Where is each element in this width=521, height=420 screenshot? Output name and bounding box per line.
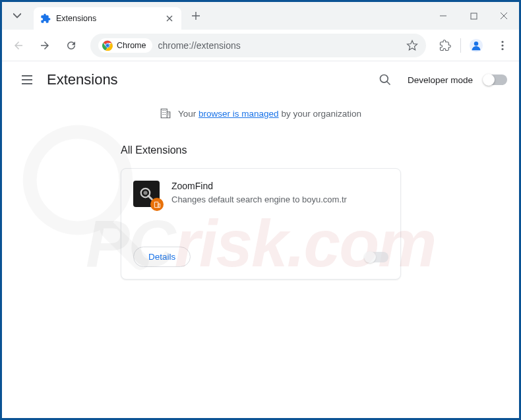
tab-title: Extensions [56, 14, 164, 23]
menu-button[interactable] [491, 34, 514, 57]
svg-point-5 [106, 44, 109, 47]
svg-point-15 [144, 191, 148, 195]
bookmark-star-icon[interactable] [406, 40, 418, 51]
extension-icon-wrap [133, 181, 160, 207]
extension-card: ZoomFind Changes default search engine t… [121, 168, 401, 280]
hamburger-menu[interactable] [14, 67, 40, 93]
extensions-header: Extensions Developer mode [2, 61, 519, 98]
search-button[interactable] [373, 68, 397, 92]
tab-search-dropdown[interactable] [5, 6, 30, 26]
url-text: chrome://extensions [158, 40, 240, 51]
profile-button[interactable] [465, 34, 487, 57]
svg-point-9 [501, 44, 503, 46]
extensions-puzzle-icon[interactable] [434, 34, 456, 57]
svg-rect-0 [471, 13, 477, 19]
extension-puzzle-icon [40, 13, 51, 24]
extension-toggle[interactable] [365, 252, 388, 262]
svg-point-8 [501, 40, 503, 42]
new-tab-button[interactable] [187, 7, 205, 25]
close-window-button[interactable] [489, 2, 519, 30]
toolbar: Chrome chrome://extensions [2, 30, 519, 61]
managed-link[interactable]: browser is managed [199, 109, 279, 119]
chrome-badge: Chrome [98, 38, 152, 53]
forward-button[interactable] [34, 34, 56, 57]
managed-banner: Your browser is managed by your organiza… [2, 98, 519, 129]
page-content: PCrisk.com Extensions Developer mode You… [2, 61, 519, 418]
extension-name: ZoomFind [171, 181, 388, 191]
svg-point-7 [474, 42, 478, 45]
tab-close-button[interactable] [164, 13, 175, 24]
browser-window: Extensions Chrome chrome://extensions [2, 2, 519, 418]
all-extensions-heading: All Extensions [121, 144, 519, 156]
browser-tab[interactable]: Extensions [34, 7, 181, 30]
back-button[interactable] [7, 34, 30, 57]
chrome-icon [102, 40, 113, 51]
managed-badge-icon [150, 198, 164, 211]
maximize-button[interactable] [458, 2, 489, 30]
chrome-badge-label: Chrome [117, 41, 146, 50]
svg-point-11 [30, 132, 126, 228]
managed-suffix: by your organization [279, 109, 361, 119]
reload-button[interactable] [60, 34, 82, 57]
details-button[interactable]: Details [133, 247, 191, 267]
page-title: Extensions [47, 71, 118, 88]
building-icon [160, 107, 171, 119]
developer-mode-label: Developer mode [408, 75, 473, 85]
managed-prefix: Your [178, 109, 199, 119]
extension-description: Changes default search engine to boyu.co… [171, 194, 388, 206]
titlebar: Extensions [2, 2, 519, 30]
address-bar[interactable]: Chrome chrome://extensions [90, 34, 426, 57]
svg-point-13 [380, 75, 388, 83]
window-controls [428, 2, 519, 30]
svg-point-10 [501, 47, 503, 49]
toolbar-divider [460, 38, 461, 53]
developer-mode-toggle[interactable] [483, 75, 507, 85]
minimize-button[interactable] [428, 2, 458, 30]
